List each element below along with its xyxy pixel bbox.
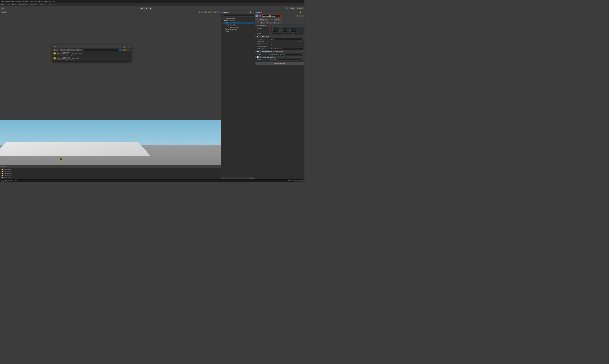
scene-audio-btn[interactable]: 🔊 bbox=[204, 11, 208, 13]
tree-item-bone001[interactable]: ▼ 🦴 Bone001 bbox=[225, 24, 255, 26]
project-dropdown[interactable]: XH bbox=[1, 7, 5, 9]
menu-assets[interactable]: Assets bbox=[12, 4, 17, 5]
tree-item-directional-light[interactable]: 💡 Directional Light bbox=[223, 28, 255, 30]
collapse-button[interactable]: Collapse bbox=[60, 49, 67, 51]
pkg-2[interactable]: 📁 Custom NUni... bbox=[1, 170, 220, 173]
scale-z-input[interactable] bbox=[291, 33, 298, 35]
help-icon[interactable]: ? bbox=[301, 25, 301, 27]
help-icon[interactable]: ? bbox=[301, 36, 301, 37]
scene-tab[interactable]: Scene bbox=[1, 11, 7, 13]
more-icon[interactable]: ⋮ bbox=[302, 51, 304, 52]
animation-dropdown[interactable]: ▲ Idle bbox=[270, 38, 302, 40]
error-pause-button[interactable]: Error Pause bbox=[67, 49, 76, 51]
editor-button[interactable]: Editor bbox=[76, 49, 81, 51]
help-icon[interactable]: ? bbox=[301, 51, 301, 52]
hierarchy-lock-icon[interactable]: 🔒 bbox=[249, 11, 251, 13]
add-component-button[interactable]: Add Component bbox=[256, 62, 304, 65]
console-titlebar[interactable]: ≡ Console 🔒 ⤢ ✕ bbox=[53, 45, 131, 49]
clear-button[interactable]: Clear bbox=[53, 49, 58, 51]
tree-item-main-camera[interactable]: 📷 Main Camera bbox=[223, 20, 255, 22]
console-search-input[interactable] bbox=[84, 49, 119, 51]
console-message-2[interactable]: ! [12:33:33] 蘑菇的位置在: (0.0, 0.0, 0.0) Uni… bbox=[53, 56, 131, 61]
anim-enabled-checkbox[interactable] bbox=[259, 36, 261, 37]
animation-header[interactable]: ▼ ⏵ Animation ? ⋮ bbox=[255, 35, 304, 38]
hierarchy-more-icon[interactable]: ⋮ bbox=[252, 11, 253, 13]
scene-2d-btn[interactable]: 2D bbox=[198, 11, 201, 13]
overrides-btn[interactable]: Overrides bbox=[273, 22, 280, 24]
tree-item-mushroom-monster[interactable]: ▼ 🎭 MushroomMonster ▶ bbox=[223, 22, 255, 24]
pkg-4[interactable]: 📁 JetBrains Rid... bbox=[1, 175, 220, 177]
script1-select-icon[interactable]: ◎ bbox=[303, 53, 304, 55]
console-message-1[interactable]: ! [12:33:33] 蘑菇的名字为: MushroomMonster Uni… bbox=[53, 52, 131, 57]
rotation-row: Rotation X Y Z bbox=[255, 30, 304, 32]
inspector-lock-icon[interactable]: 🔒 bbox=[299, 11, 301, 13]
static-dropdown[interactable]: Static bbox=[296, 15, 304, 17]
position-row: Position X Y Z bbox=[255, 27, 304, 30]
transform-header[interactable]: ▼ ⊞ Transform ? ⋮ bbox=[255, 25, 304, 27]
scene-fx-btn[interactable]: ✨ bbox=[208, 11, 211, 13]
culling-dropdown[interactable]: Based On Renderers bbox=[270, 48, 304, 50]
pkg-1[interactable]: 📁 Code Covera... bbox=[1, 169, 220, 171]
scale-y-input[interactable] bbox=[282, 33, 289, 35]
select-btn[interactable]: Select bbox=[266, 22, 272, 24]
scene-more-btn[interactable]: ⋮ bbox=[217, 11, 220, 13]
animate-physics-checkbox[interactable] bbox=[270, 45, 272, 47]
menu-file[interactable]: File bbox=[1, 4, 4, 5]
layout-dropdown[interactable]: MyLayout bbox=[296, 7, 304, 9]
tag-dropdown[interactable]: Untagged bbox=[258, 19, 268, 21]
console-close-icon[interactable]: ✕ bbox=[129, 46, 130, 48]
rot-z-input[interactable] bbox=[290, 30, 297, 32]
pause-button[interactable]: ⏸ bbox=[144, 7, 148, 10]
maximize-btn[interactable]: □ bbox=[57, 1, 58, 2]
anim-select-icon[interactable]: ◎ bbox=[303, 38, 304, 40]
scale-x-input[interactable] bbox=[273, 33, 280, 35]
console-lock-icon[interactable]: 🔒 bbox=[123, 46, 125, 48]
layers-dropdown[interactable]: Layers bbox=[289, 7, 295, 9]
pkg-3[interactable]: 📁 Editor Corouti... bbox=[1, 173, 220, 175]
menu-gameobject[interactable]: GameObject bbox=[19, 4, 28, 5]
script1-header[interactable]: ▼ 📄 Mushroom Mon_Ani_Test (Script) ? ⋮ bbox=[255, 51, 304, 53]
inspector-more-icon[interactable]: ⋮ bbox=[302, 11, 304, 13]
play-button[interactable]: ▶ bbox=[140, 7, 144, 10]
help-icon[interactable]: ? bbox=[301, 56, 301, 58]
obj-active-checkbox[interactable] bbox=[259, 15, 261, 17]
close-btn[interactable]: ✕ bbox=[59, 1, 61, 2]
msg2-icon: ! bbox=[53, 57, 56, 59]
scale-link-icon[interactable]: ⊕ bbox=[270, 33, 271, 35]
rotation-label: Rotation bbox=[257, 30, 269, 32]
scene-camera-btn[interactable]: 📷 bbox=[211, 11, 214, 13]
tree-item-samplescene[interactable]: ▼ 🎬 SampleScene* bbox=[221, 18, 255, 20]
layer-dropdown[interactable]: Default bbox=[274, 19, 282, 21]
obj-name-input[interactable] bbox=[261, 15, 280, 17]
menu-help[interactable]: Help bbox=[48, 4, 52, 5]
rot-x-input[interactable] bbox=[272, 30, 279, 32]
tree-item-mushroommon[interactable]: ◻ MushroomMon bbox=[227, 26, 255, 28]
step-button[interactable]: ⏭ bbox=[148, 7, 152, 10]
scene-gizmos-btn[interactable]: ⚙ bbox=[214, 11, 217, 13]
search-icon[interactable]: 🔍 bbox=[286, 7, 288, 9]
tree-item-plane[interactable]: ◻ Plane bbox=[223, 30, 255, 33]
scene-light-btn[interactable]: ☀ bbox=[201, 11, 204, 13]
play-auto-checkbox[interactable]: ✓ bbox=[270, 43, 272, 45]
script2-enabled-checkbox[interactable] bbox=[260, 56, 261, 58]
pkg-5[interactable]: 📁 Profile Analyz... bbox=[1, 177, 220, 179]
more-icon[interactable]: ⋮ bbox=[302, 25, 304, 27]
script2-select-icon[interactable]: ◎ bbox=[303, 59, 304, 60]
more-icon[interactable]: ⋮ bbox=[302, 56, 304, 58]
refresh-icon[interactable]: ↻ bbox=[250, 178, 251, 179]
rot-y-input[interactable] bbox=[281, 30, 288, 32]
console-expand-icon[interactable]: ⤢ bbox=[126, 46, 128, 48]
script2-header[interactable]: ▼ 📄 Move To Z (Script) ? ⋮ bbox=[255, 56, 304, 58]
window-controls[interactable]: ─ □ ✕ bbox=[55, 1, 61, 2]
open-btn[interactable]: Open bbox=[260, 22, 265, 24]
more-icon[interactable]: ⋮ bbox=[302, 36, 304, 37]
menu-edit[interactable]: Edit bbox=[6, 4, 10, 5]
hierarchy-search-input[interactable] bbox=[222, 14, 254, 16]
menu-window[interactable]: Window bbox=[40, 4, 46, 5]
pos-y-input[interactable] bbox=[281, 27, 288, 29]
pos-x-input[interactable] bbox=[272, 27, 279, 29]
minimize-btn[interactable]: ─ bbox=[55, 1, 56, 2]
pos-z-input[interactable] bbox=[290, 27, 297, 29]
menu-component[interactable]: Component bbox=[29, 4, 38, 5]
script1-enabled-checkbox[interactable] bbox=[260, 51, 261, 52]
